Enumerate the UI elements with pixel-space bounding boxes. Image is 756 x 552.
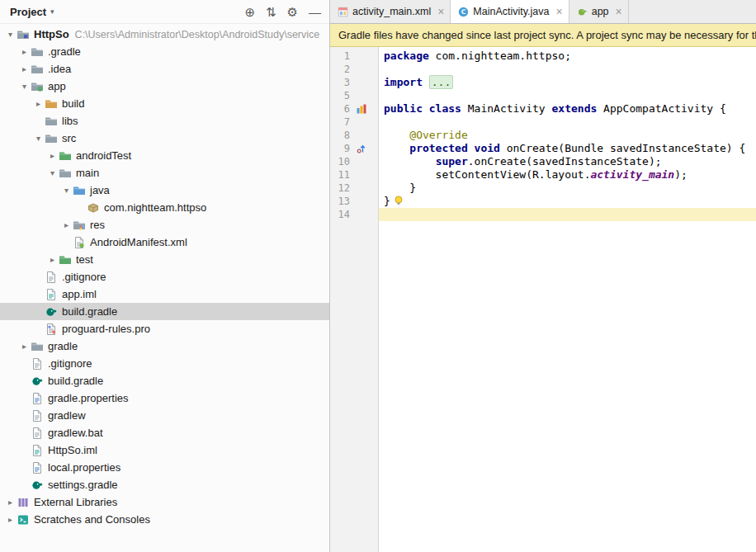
tree-item-androidtest[interactable]: ▸androidTest [0, 147, 329, 164]
expand-arrow-icon[interactable]: ▸ [46, 255, 59, 264]
tree-item-gitignore[interactable]: .gitignore [0, 355, 329, 372]
collapse-all-icon[interactable]: ⇅ [266, 6, 276, 18]
tree-item-test[interactable]: ▸test [0, 251, 329, 268]
editor-gutter[interactable]: 10 [330, 155, 379, 168]
code-line-7[interactable]: 7 [330, 116, 756, 129]
editor-gutter[interactable]: 9 [330, 142, 379, 155]
code-line-text[interactable]: package com.nightteam.httpso; [379, 50, 756, 63]
expand-arrow-icon[interactable]: ▸ [18, 342, 31, 351]
code-line-14[interactable]: 14 [330, 208, 756, 221]
properties-file-icon [31, 392, 44, 405]
tree-item-build-gradle[interactable]: build.gradle [0, 303, 329, 320]
tree-item-build[interactable]: ▸build [0, 95, 329, 112]
gradle-sync-banner-text: Gradle files have changed since last pro… [338, 29, 756, 41]
intention-bulb-icon[interactable] [394, 196, 404, 209]
tree-item-httpso[interactable]: ▾HttpSoC:\Users\Administrator\Desktop\An… [0, 26, 329, 43]
settings-gear-icon[interactable]: ⚙ [287, 6, 298, 18]
code-line-text[interactable]: public class MainActivity extends AppCom… [379, 102, 756, 116]
expand-arrow-icon[interactable]: ▾ [46, 168, 59, 177]
code-line-text[interactable]: } [379, 182, 756, 195]
editor-gutter[interactable]: 2 [330, 63, 379, 76]
tree-item-label: HttpSo [34, 28, 69, 40]
editor-gutter[interactable]: 12 [330, 182, 379, 195]
tree-item-androidmanifest-xml[interactable]: AndroidManifest.xml [0, 234, 329, 251]
tree-item-gradle[interactable]: ▸gradle [0, 337, 329, 355]
tree-item-java[interactable]: ▾java [0, 182, 329, 199]
expand-arrow-icon[interactable]: ▸ [32, 99, 45, 108]
tree-item-scratches-and-consoles[interactable]: ▸Scratches and Consoles [0, 511, 329, 528]
code-line-text[interactable] [379, 116, 756, 129]
tree-item-res[interactable]: ▸res [0, 216, 329, 234]
code-line-text[interactable]: setContentView(R.layout.activity_main); [379, 168, 756, 182]
tree-item-main[interactable]: ▾main [0, 164, 329, 182]
tree-item-external-libraries[interactable]: ▸External Libraries [0, 493, 329, 511]
close-tab-icon[interactable]: × [556, 6, 563, 17]
code-line-text[interactable]: protected void onCreate(Bundle savedInst… [379, 142, 756, 155]
tree-item-app-iml[interactable]: app.iml [0, 285, 329, 303]
code-line-10[interactable]: 10 super.onCreate(savedInstanceState); [330, 155, 756, 168]
expand-arrow-icon[interactable]: ▸ [18, 64, 31, 73]
code-line-1[interactable]: 1package com.nightteam.httpso; [330, 50, 756, 63]
tree-item-app[interactable]: ▾app [0, 78, 329, 95]
code-line-text[interactable] [379, 208, 756, 221]
expand-arrow-icon[interactable]: ▾ [60, 186, 73, 195]
code-editor[interactable]: 1package com.nightteam.httpso;23import .… [330, 47, 756, 552]
expand-arrow-icon[interactable]: ▾ [4, 30, 17, 39]
expand-arrow-icon[interactable]: ▾ [18, 82, 31, 91]
tree-item-gradle-properties[interactable]: gradle.properties [0, 389, 329, 407]
code-line-8[interactable]: 8 @Override [330, 129, 756, 142]
tab-app[interactable]: app × [569, 0, 629, 23]
tree-item-idea[interactable]: ▸.idea [0, 60, 329, 78]
editor-gutter[interactable]: 3 [330, 76, 379, 89]
tree-item-gradle[interactable]: ▸.gradle [0, 43, 329, 60]
select-opened-file-icon[interactable]: ⊕ [244, 6, 255, 18]
editor-gutter[interactable]: 13 [330, 195, 379, 208]
class-marker-icon[interactable] [357, 104, 368, 114]
tree-item-gradlew-bat[interactable]: gradlew.bat [0, 424, 329, 441]
code-line-13[interactable]: 13} [330, 195, 756, 208]
code-line-3[interactable]: 3import ... [330, 76, 756, 89]
tree-item-local-properties[interactable]: local.properties [0, 459, 329, 476]
expand-arrow-icon[interactable]: ▾ [32, 134, 45, 143]
code-line-5[interactable]: 5 [330, 89, 756, 102]
hide-panel-icon[interactable]: — [309, 6, 321, 18]
editor-gutter[interactable]: 6 [330, 102, 379, 116]
editor-gutter[interactable]: 8 [330, 129, 379, 142]
code-line-6[interactable]: 6public class MainActivity extends AppCo… [330, 102, 756, 116]
code-line-11[interactable]: 11 setContentView(R.layout.activity_main… [330, 168, 756, 182]
editor-gutter[interactable]: 14 [330, 208, 379, 221]
override-marker-icon[interactable] [357, 144, 368, 153]
close-tab-icon[interactable]: × [616, 6, 622, 17]
code-line-text[interactable] [379, 89, 756, 102]
editor-gutter[interactable]: 1 [330, 50, 379, 63]
tab-activity-main-xml[interactable]: activity_main.xml × [330, 0, 451, 23]
tab-mainactivity-java[interactable]: C MainActivity.java × [451, 0, 569, 23]
expand-arrow-icon[interactable]: ▸ [46, 151, 59, 160]
project-view-selector[interactable]: Project ▾ [10, 6, 54, 18]
expand-arrow-icon[interactable]: ▸ [60, 220, 73, 229]
tree-item-libs[interactable]: libs [0, 112, 329, 130]
editor-gutter[interactable]: 5 [330, 89, 379, 102]
close-tab-icon[interactable]: × [437, 6, 444, 17]
expand-arrow-icon[interactable]: ▸ [18, 47, 31, 56]
tree-item-gitignore[interactable]: .gitignore [0, 268, 329, 285]
expand-arrow-icon[interactable]: ▸ [4, 498, 17, 507]
editor-gutter[interactable]: 7 [330, 116, 379, 129]
tree-item-build-gradle[interactable]: build.gradle [0, 372, 329, 389]
tree-item-settings-gradle[interactable]: settings.gradle [0, 476, 329, 493]
tree-item-gradlew[interactable]: gradlew [0, 407, 329, 424]
code-line-12[interactable]: 12 } [330, 182, 756, 195]
code-line-text[interactable]: import ... [379, 76, 756, 89]
code-line-text[interactable]: @Override [379, 129, 756, 142]
code-line-text[interactable]: } [379, 195, 756, 208]
code-line-text[interactable] [379, 63, 756, 76]
editor-gutter[interactable]: 11 [330, 168, 379, 182]
tree-item-httpso-iml[interactable]: HttpSo.iml [0, 441, 329, 459]
code-line-9[interactable]: 9 protected void onCreate(Bundle savedIn… [330, 142, 756, 155]
expand-arrow-icon[interactable]: ▸ [4, 515, 17, 524]
tree-item-src[interactable]: ▾src [0, 130, 329, 147]
tree-item-com-nightteam-httpso[interactable]: com.nightteam.httpso [0, 199, 329, 216]
code-line-text[interactable]: super.onCreate(savedInstanceState); [379, 155, 756, 168]
tree-item-proguard-rules-pro[interactable]: proguard-rules.pro [0, 320, 329, 337]
code-line-2[interactable]: 2 [330, 63, 756, 76]
